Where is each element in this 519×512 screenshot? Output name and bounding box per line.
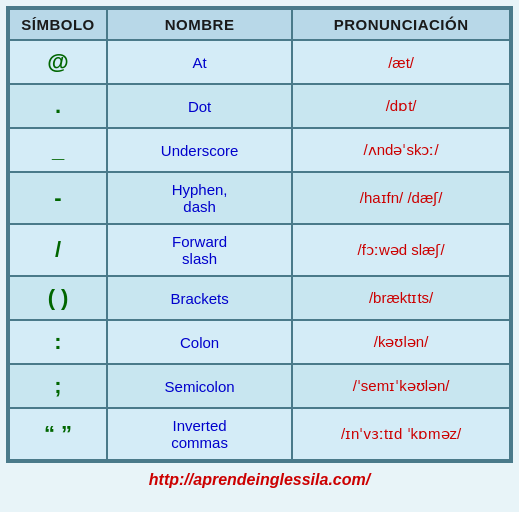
pronunciation-cell: /kəʊlən/ xyxy=(292,320,510,364)
main-table-wrapper: SÍMBOLO NOMBRE PRONUNCIACIÓN @At/æt/.Dot… xyxy=(6,6,513,463)
symbol-cell: / xyxy=(9,224,107,276)
symbol-cell: “ ” xyxy=(9,408,107,460)
name-cell: Semicolon xyxy=(107,364,292,408)
name-cell: Brackets xyxy=(107,276,292,320)
symbols-table: SÍMBOLO NOMBRE PRONUNCIACIÓN @At/æt/.Dot… xyxy=(8,8,511,461)
table-row: :Colon/kəʊlən/ xyxy=(9,320,510,364)
table-row: .Dot/dɒt/ xyxy=(9,84,510,128)
pronunciation-cell: /ʌndəˈskɔː/ xyxy=(292,128,510,172)
name-cell: Forwardslash xyxy=(107,224,292,276)
symbol-cell: ; xyxy=(9,364,107,408)
name-cell: Dot xyxy=(107,84,292,128)
name-cell: Hyphen,dash xyxy=(107,172,292,224)
pronunciation-cell: /ˈsemɪˈkəʊlən/ xyxy=(292,364,510,408)
name-cell: Colon xyxy=(107,320,292,364)
symbol-cell: ( ) xyxy=(9,276,107,320)
pronunciation-cell: /fɔːwəd slæʃ/ xyxy=(292,224,510,276)
table-row: _Underscore/ʌndəˈskɔː/ xyxy=(9,128,510,172)
table-row: @At/æt/ xyxy=(9,40,510,84)
table-header-row: SÍMBOLO NOMBRE PRONUNCIACIÓN xyxy=(9,9,510,40)
footer-url[interactable]: http://aprendeinglessila.com/ xyxy=(149,471,370,489)
table-row: ;Semicolon/ˈsemɪˈkəʊlən/ xyxy=(9,364,510,408)
name-cell: Invertedcommas xyxy=(107,408,292,460)
name-cell: At xyxy=(107,40,292,84)
header-pronunciation: PRONUNCIACIÓN xyxy=(292,9,510,40)
header-name: NOMBRE xyxy=(107,9,292,40)
symbol-cell: @ xyxy=(9,40,107,84)
table-row: -Hyphen,dash/haɪfn/ /dæʃ/ xyxy=(9,172,510,224)
table-row: /Forwardslash/fɔːwəd slæʃ/ xyxy=(9,224,510,276)
table-row: ( )Brackets/bræktɪts/ xyxy=(9,276,510,320)
symbol-cell: . xyxy=(9,84,107,128)
symbol-cell: : xyxy=(9,320,107,364)
pronunciation-cell: /haɪfn/ /dæʃ/ xyxy=(292,172,510,224)
pronunciation-cell: /ɪnˈvɜːtɪd ˈkɒməz/ xyxy=(292,408,510,460)
header-symbol: SÍMBOLO xyxy=(9,9,107,40)
table-row: “ ”Invertedcommas/ɪnˈvɜːtɪd ˈkɒməz/ xyxy=(9,408,510,460)
pronunciation-cell: /æt/ xyxy=(292,40,510,84)
pronunciation-cell: /dɒt/ xyxy=(292,84,510,128)
symbol-cell: _ xyxy=(9,128,107,172)
pronunciation-cell: /bræktɪts/ xyxy=(292,276,510,320)
name-cell: Underscore xyxy=(107,128,292,172)
symbol-cell: - xyxy=(9,172,107,224)
